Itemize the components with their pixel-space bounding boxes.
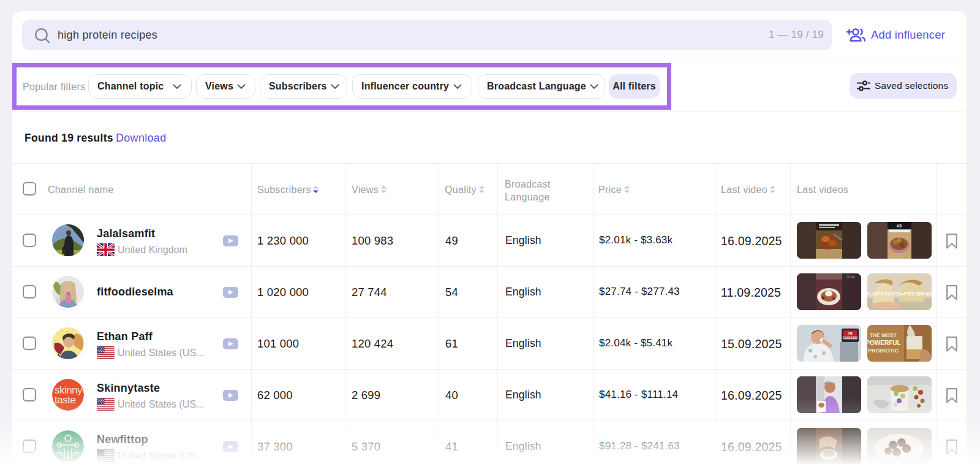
svg-text:Crisp: Crisp xyxy=(846,275,856,278)
svg-text:#3: #3 xyxy=(897,224,902,228)
svg-text:I'M: I'M xyxy=(848,332,853,335)
svg-text:FLUFFY GLUTEN-FREE BREAD: FLUFFY GLUTEN-FREE BREAD xyxy=(867,292,932,296)
svg-text:PROBIOTIC: PROBIOTIC xyxy=(868,348,899,354)
svg-text:POWERFUL: POWERFUL xyxy=(867,340,901,346)
svg-text:THE MOST: THE MOST xyxy=(870,332,897,338)
svg-text:COOKED: COOKED xyxy=(843,336,858,340)
